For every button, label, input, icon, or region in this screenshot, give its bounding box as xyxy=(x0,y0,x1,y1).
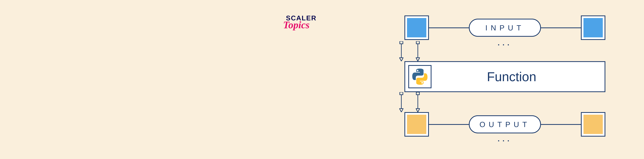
function-box: Function xyxy=(404,61,605,92)
function-diagram: INPUT ... Function xyxy=(399,16,610,138)
input-fill-left xyxy=(407,18,426,37)
input-fill-right xyxy=(584,18,603,37)
input-row: INPUT ... xyxy=(399,16,610,41)
arrow-input-right xyxy=(399,41,404,61)
output-box-right xyxy=(581,112,605,136)
function-label: Function xyxy=(432,69,604,84)
output-label: OUTPUT xyxy=(480,120,530,129)
svg-rect-0 xyxy=(416,41,419,44)
output-row: OUTPUT ... xyxy=(399,112,610,138)
output-fill-right xyxy=(584,115,603,134)
output-arrows-row xyxy=(399,92,610,112)
input-arrows-row xyxy=(399,41,610,61)
output-box-left xyxy=(404,112,429,136)
input-pill: INPUT xyxy=(469,19,541,37)
output-fill-left xyxy=(407,115,426,134)
svg-rect-9 xyxy=(400,92,403,95)
svg-marker-2 xyxy=(416,58,420,61)
function-row: Function xyxy=(399,61,610,92)
svg-marker-5 xyxy=(400,58,403,61)
svg-marker-8 xyxy=(416,108,420,112)
svg-rect-6 xyxy=(416,92,419,95)
python-icon-box xyxy=(408,65,432,88)
python-icon xyxy=(412,68,428,85)
input-label: INPUT xyxy=(485,24,524,32)
svg-rect-3 xyxy=(400,41,403,44)
output-connector-right xyxy=(541,124,581,125)
output-connector-left xyxy=(429,124,469,125)
input-box-right xyxy=(581,16,605,40)
input-connector-right xyxy=(541,28,581,28)
svg-marker-11 xyxy=(400,108,403,112)
scaler-topics-logo: SCALER Topics xyxy=(286,14,316,31)
arrow-output-right xyxy=(399,92,404,112)
output-ellipsis: ... xyxy=(498,135,512,143)
arrow-output-left xyxy=(416,92,420,112)
input-connector-left xyxy=(429,28,469,28)
output-pill: OUTPUT xyxy=(469,115,541,133)
input-box-left xyxy=(404,16,429,40)
arrow-input-left xyxy=(416,41,420,61)
